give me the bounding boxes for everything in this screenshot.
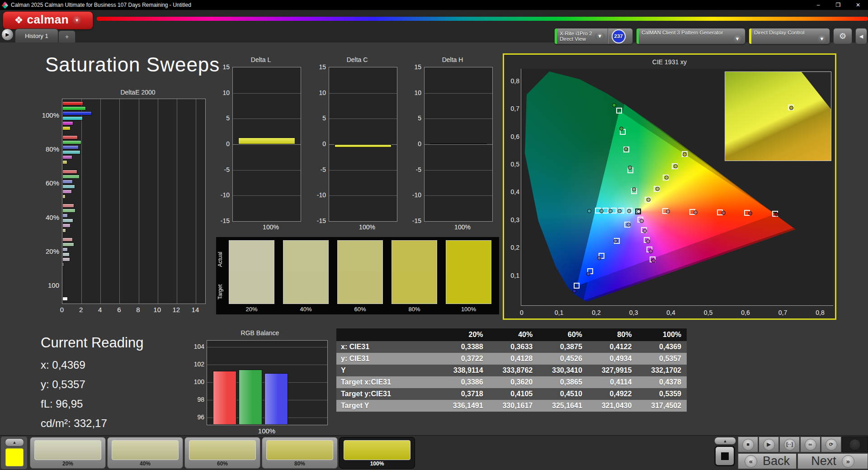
gridline bbox=[158, 99, 158, 304]
swatch-label: 20% bbox=[229, 306, 274, 313]
app-icon bbox=[2, 2, 8, 8]
table-cell: 0,4369 bbox=[637, 341, 687, 353]
restore-button[interactable]: ❐ bbox=[828, 0, 848, 10]
meter-count-badge[interactable]: 237 bbox=[612, 29, 626, 43]
pattern-swatch bbox=[34, 440, 101, 460]
refresh-icon: ⟳ bbox=[826, 439, 837, 451]
pattern-bar: ▲ 20%40%60%80%100% ▲ ■▶[··]∞⟳ « Back Nex… bbox=[0, 435, 868, 470]
column-header: 40% bbox=[489, 328, 538, 341]
axis-tick-label: 6 bbox=[111, 306, 127, 313]
pattern-generator-dropdown[interactable]: CalMAN Client 3 Pattern Generator ▼ bbox=[636, 28, 745, 44]
axis-tick-label: -15 bbox=[305, 217, 326, 224]
cie-measured-point bbox=[612, 103, 616, 107]
chart-title: RGB Balance bbox=[190, 329, 330, 337]
blackout-pattern-button[interactable] bbox=[714, 446, 735, 466]
axis-tick-label: 0 bbox=[305, 140, 326, 147]
meter-mode: Direct View bbox=[560, 36, 592, 42]
minimize-button[interactable]: – bbox=[808, 0, 828, 10]
pattern-button-40%[interactable]: 40% bbox=[107, 437, 183, 469]
refresh-button[interactable]: ⟳ bbox=[821, 437, 841, 452]
de-bar bbox=[62, 140, 81, 144]
table-header-row: 20%40%60%80%100% bbox=[336, 328, 687, 341]
meter-dropdown[interactable]: X-Rite i1Pro 2 Direct View ▼ 237 bbox=[554, 28, 633, 44]
axis-tick-label: 0,8 bbox=[812, 309, 828, 316]
close-button[interactable]: ✕ bbox=[848, 0, 868, 10]
current-color-swatch[interactable] bbox=[5, 448, 24, 466]
cie-zoom-inset bbox=[725, 71, 831, 161]
window-title: Calman 2025 Calman Ultimate for Business… bbox=[11, 2, 191, 8]
de-bar bbox=[62, 262, 64, 266]
display-control-dropdown[interactable]: Direct Display Control ▼ bbox=[749, 28, 830, 44]
pattern-button-20%[interactable]: 20% bbox=[30, 437, 106, 469]
axis-tick-label: 15 bbox=[305, 63, 326, 71]
tab-scroll-button[interactable]: ▶ bbox=[1, 28, 14, 41]
axis-tick-label: -10 bbox=[209, 191, 230, 199]
table-cell: 0,3620 bbox=[489, 376, 538, 388]
rgb-bar-red bbox=[213, 371, 236, 425]
swatch-actual-target bbox=[337, 240, 383, 304]
chevron-left-icon: « bbox=[745, 455, 757, 468]
tab-history-1[interactable]: History 1 bbox=[15, 28, 58, 43]
table-cell: 0,5357 bbox=[637, 353, 687, 365]
device-toolbar: X-Rite i1Pro 2 Direct View ▼ 237 CalMAN … bbox=[554, 28, 867, 44]
pattern-button-100%[interactable]: 100% bbox=[339, 437, 415, 469]
collapse-up-button-right[interactable]: ▲ bbox=[714, 437, 736, 445]
axis-tick-label: 0,2 bbox=[588, 309, 604, 316]
de-bar bbox=[62, 116, 83, 120]
header-chrome: ❖ calman ▼ ▶ History 1 + X-Rite i1Pro 2 … bbox=[0, 10, 868, 43]
delta-bar bbox=[335, 144, 392, 147]
table-row: Target x:CIE310,33860,36200,38650,41140,… bbox=[336, 376, 687, 388]
axis-tick-label: 0,4 bbox=[506, 188, 519, 195]
de-bar bbox=[62, 204, 74, 208]
reading-y: y: 0,5357 bbox=[41, 378, 85, 391]
chevron-down-icon: ▼ bbox=[595, 33, 605, 40]
play-button[interactable]: ▶ bbox=[759, 437, 779, 452]
record-dark-button[interactable] bbox=[842, 437, 868, 452]
de-bar bbox=[62, 257, 70, 261]
single-measure-button[interactable]: [··] bbox=[779, 437, 800, 452]
cie-target-square bbox=[603, 208, 609, 214]
cie-measured-point bbox=[640, 219, 644, 223]
swatch-label: 60% bbox=[337, 306, 383, 313]
gridline bbox=[233, 93, 301, 94]
cie-target-square bbox=[616, 108, 622, 114]
pattern-button-60%[interactable]: 60% bbox=[184, 437, 260, 469]
table-cell: 0,3388 bbox=[439, 341, 489, 353]
table-cell: 330,1617 bbox=[489, 400, 538, 412]
delta-bar bbox=[238, 138, 295, 144]
gridline bbox=[207, 365, 327, 365]
de-bar bbox=[62, 180, 73, 184]
collapse-up-button[interactable]: ▲ bbox=[5, 438, 24, 446]
swatch-label: 40% bbox=[283, 306, 329, 313]
gridline bbox=[81, 99, 82, 304]
back-button[interactable]: « Back bbox=[738, 453, 797, 469]
axis-tick-label: 0 bbox=[514, 309, 530, 316]
de-bar bbox=[62, 252, 70, 256]
mini-x-label: 100% bbox=[449, 223, 476, 231]
gridline bbox=[329, 195, 397, 196]
table-cell: 0,4922 bbox=[588, 388, 637, 400]
add-tab-button[interactable]: + bbox=[58, 30, 75, 43]
next-button[interactable]: Next » bbox=[797, 453, 868, 469]
rgb-x-label: 100% bbox=[251, 427, 283, 435]
axis-tick-label: 12 bbox=[168, 306, 184, 313]
cie-1931-panel[interactable]: CIE 1931 xy 00,10,20,30,40,50,60,70,80,1… bbox=[503, 53, 836, 320]
axis-tick-label: 2 bbox=[73, 306, 89, 313]
settings-gear-button[interactable]: ⚙ bbox=[833, 28, 852, 44]
axis-tick-label: 0,5 bbox=[506, 161, 519, 168]
gridline bbox=[119, 99, 120, 304]
saturation-swatch-strip: ActualTarget20%40%60%80%100% bbox=[216, 237, 499, 314]
axis-tick-label: 14 bbox=[187, 306, 203, 313]
toolbar-collapse-button[interactable]: ◀ bbox=[855, 28, 867, 44]
stop-button[interactable]: ■ bbox=[738, 437, 758, 452]
table-cell: 0,4510 bbox=[538, 388, 588, 400]
black-square-icon bbox=[721, 452, 729, 460]
axis-tick-label: 96 bbox=[184, 413, 204, 421]
cie-measured-point bbox=[665, 176, 669, 180]
de-bar bbox=[62, 185, 75, 189]
calman-menu-button[interactable]: ❖ calman ▼ bbox=[3, 11, 93, 29]
de-bar bbox=[62, 214, 68, 218]
continuous-measure-button[interactable]: ∞ bbox=[800, 437, 821, 452]
pattern-button-80%[interactable]: 80% bbox=[262, 437, 338, 469]
axis-tick-label: 0,6 bbox=[506, 133, 519, 140]
